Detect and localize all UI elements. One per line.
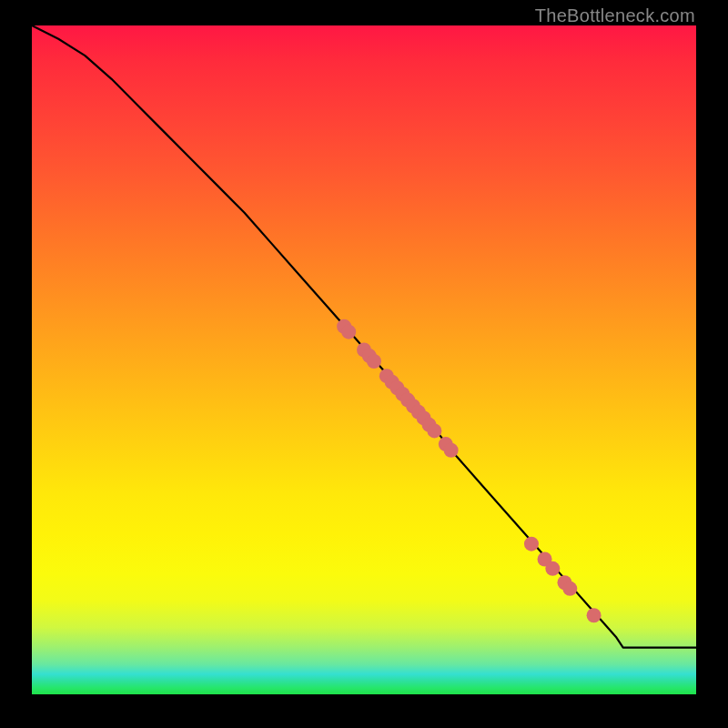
chart-container: TheBottleneck.com bbox=[0, 0, 728, 728]
data-marker bbox=[587, 608, 602, 622]
data-marker bbox=[545, 561, 560, 576]
plot-area bbox=[32, 25, 696, 694]
data-marker bbox=[341, 325, 356, 339]
data-marker bbox=[367, 354, 381, 369]
chart-svg bbox=[32, 25, 696, 694]
chart-line bbox=[32, 25, 696, 648]
data-marker bbox=[444, 443, 459, 458]
data-marker bbox=[524, 537, 539, 551]
data-marker bbox=[562, 581, 577, 596]
watermark-text: TheBottleneck.com bbox=[535, 5, 695, 26]
data-marker bbox=[427, 423, 441, 438]
